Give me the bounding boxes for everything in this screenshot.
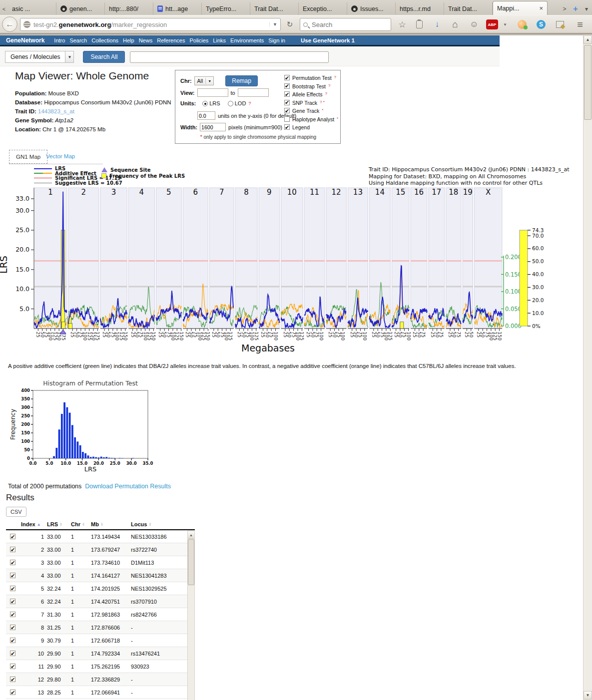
search-category-dropdown-icon[interactable]: ▼ — [65, 51, 74, 63]
checkbox[interactable]: ✔ — [284, 108, 290, 113]
column-header-index[interactable]: Index▲ — [21, 521, 47, 527]
scroll-down-icon[interactable]: ▼ — [584, 691, 592, 700]
adblock-dropdown-icon[interactable]: ▼ — [499, 18, 512, 31]
row-checkbox[interactable]: ✔ — [10, 625, 15, 630]
back-button[interactable]: ← — [2, 16, 17, 32]
column-header-lrs[interactable]: LRS▲▼ — [47, 521, 71, 527]
view-from-input[interactable] — [197, 88, 228, 97]
tab-vector-map[interactable]: Vector Map — [46, 153, 75, 159]
tab-gn1-map[interactable]: GN1 Map — [9, 150, 47, 164]
browser-tab-8[interactable]: https...r.md — [396, 2, 444, 15]
nav-item-policies[interactable]: Policies — [189, 37, 208, 43]
row-checkbox[interactable]: ✔ — [10, 560, 15, 565]
row-checkbox[interactable]: ✔ — [10, 677, 15, 682]
scroll-thumb[interactable] — [584, 45, 592, 120]
url-bar[interactable]: test-gn2.genenetwork.org/marker_regressi… — [20, 18, 281, 31]
row-checkbox[interactable]: ✔ — [10, 638, 15, 643]
browser-search-box[interactable] — [300, 18, 391, 31]
browser-tab-3[interactable]: htt...age — [153, 2, 202, 15]
downloads-icon[interactable]: ↓ — [431, 18, 444, 31]
home-icon[interactable]: ⌂ — [449, 18, 462, 31]
nav-item-intro[interactable]: Intro — [54, 37, 65, 43]
download-permutation-link[interactable]: Download Permutation Results — [85, 483, 171, 490]
new-tab-button[interactable]: + — [570, 3, 581, 15]
page-scrollbar[interactable]: ▲ ▼ — [583, 35, 592, 700]
browser-tab-10[interactable]: Mappi...× — [493, 1, 548, 15]
sort-icon[interactable]: ▲▼ — [82, 522, 85, 527]
browser-tab-7[interactable]: Issues... — [347, 2, 396, 15]
nav-item-links[interactable]: Links — [213, 37, 226, 43]
s-extension-icon[interactable]: S — [535, 18, 548, 31]
checkbox[interactable]: ✔ — [284, 91, 290, 97]
genenetwork-brand[interactable]: GeneNetwork — [6, 37, 44, 44]
row-checkbox[interactable]: ✔ — [10, 612, 15, 617]
checkbox[interactable]: ✔ — [284, 100, 290, 105]
yaxis-units-input[interactable] — [197, 111, 215, 120]
nav-item-references[interactable]: References — [157, 37, 185, 43]
tab-close-icon[interactable]: × — [539, 4, 543, 12]
row-checkbox[interactable]: ✔ — [10, 690, 15, 695]
row-checkbox[interactable]: ✔ — [10, 599, 15, 604]
column-header-chr[interactable]: Chr▲▼ — [71, 521, 91, 527]
nav-item-help[interactable]: Help — [123, 37, 134, 43]
table-scroll-up-icon[interactable]: ▲ — [188, 531, 194, 539]
adblock-icon[interactable]: ABP — [486, 18, 499, 31]
remap-button[interactable]: Remap — [225, 75, 258, 86]
feedback-smiley-icon[interactable]: ☺ — [468, 18, 481, 31]
browser-tab-4[interactable]: TypeErro... — [202, 2, 250, 15]
search-all-button[interactable]: Search All — [83, 51, 125, 63]
nav-item-sign-in[interactable]: Sign in — [268, 37, 285, 43]
tab-scroll-left-icon[interactable]: < — [0, 3, 8, 15]
use-genenetwork1-link[interactable]: Use GeneNetwork 1 — [301, 37, 355, 43]
units-help-icon[interactable]: ? — [248, 101, 251, 106]
browser-search-input[interactable] — [311, 20, 376, 29]
browser-tab-9[interactable]: Trait Dat... — [444, 2, 493, 15]
browser-tab-2[interactable]: http:...880/ — [105, 2, 153, 15]
nav-item-collections[interactable]: Collections — [91, 37, 118, 43]
table-scroll-thumb[interactable] — [188, 539, 194, 585]
menu-hamburger-icon[interactable]: ≡ — [574, 18, 587, 31]
row-checkbox[interactable]: ✔ — [10, 534, 15, 539]
row-checkbox[interactable]: ✔ — [10, 586, 15, 591]
view-to-input[interactable] — [238, 88, 269, 97]
chromosome-select[interactable]: All▼ — [194, 76, 214, 85]
column-header-mb[interactable]: Mb▲▼ — [91, 521, 131, 527]
tab-scroll-right-icon[interactable]: > — [559, 3, 570, 15]
row-checkbox[interactable]: ✔ — [10, 651, 15, 656]
extension-ball-icon[interactable] — [516, 18, 529, 31]
browser-tab-0[interactable]: asic ... — [8, 2, 56, 15]
browser-tab-6[interactable]: Exceptio... — [299, 2, 347, 15]
trait-id-link[interactable]: 1443823_s_at — [36, 108, 74, 114]
bookmarks-menu-icon[interactable] — [413, 18, 426, 31]
checkbox[interactable]: ✔ — [284, 75, 290, 80]
site-search-input[interactable] — [130, 51, 329, 63]
browser-tab-5[interactable]: Trait Dat... — [250, 2, 299, 15]
row-checkbox[interactable]: ✔ — [10, 664, 15, 669]
checkbox[interactable]: ✔ — [284, 83, 290, 89]
nav-item-news[interactable]: News — [139, 37, 153, 43]
checkbox[interactable] — [284, 116, 290, 122]
nav-item-search[interactable]: Search — [69, 37, 87, 43]
sort-icon[interactable]: ▲▼ — [59, 522, 62, 527]
table-scrollbar[interactable]: ▲ — [187, 531, 195, 700]
checkbox[interactable]: ✔ — [284, 124, 290, 130]
sort-icon[interactable]: ▲▼ — [148, 522, 151, 527]
row-checkbox[interactable]: ✔ — [10, 547, 15, 552]
column-header-locus[interactable]: Locus▲▼ — [131, 521, 180, 527]
reload-button[interactable]: ↻ — [284, 18, 296, 31]
search-category-select[interactable]: Genes / Molecules — [5, 51, 65, 63]
list-all-tabs-icon[interactable]: ▾ — [581, 3, 592, 15]
sort-asc-icon[interactable]: ▲ — [37, 522, 41, 527]
lrs-radio[interactable] — [202, 101, 208, 106]
nav-item-environments[interactable]: Environments — [230, 37, 264, 43]
browser-tab-1[interactable]: genen... — [56, 2, 105, 15]
sort-icon[interactable]: ▲▼ — [100, 522, 103, 527]
csv-button[interactable]: CSV — [6, 507, 26, 517]
url-dropdown-icon[interactable]: ▼ — [269, 22, 277, 27]
width-input[interactable] — [200, 123, 226, 131]
lod-radio[interactable] — [228, 101, 233, 106]
scroll-up-icon[interactable]: ▲ — [584, 35, 592, 44]
notes-edit-icon[interactable] — [554, 18, 567, 31]
bookmark-star-icon[interactable]: ☆ — [396, 18, 409, 31]
row-checkbox[interactable]: ✔ — [10, 573, 15, 578]
